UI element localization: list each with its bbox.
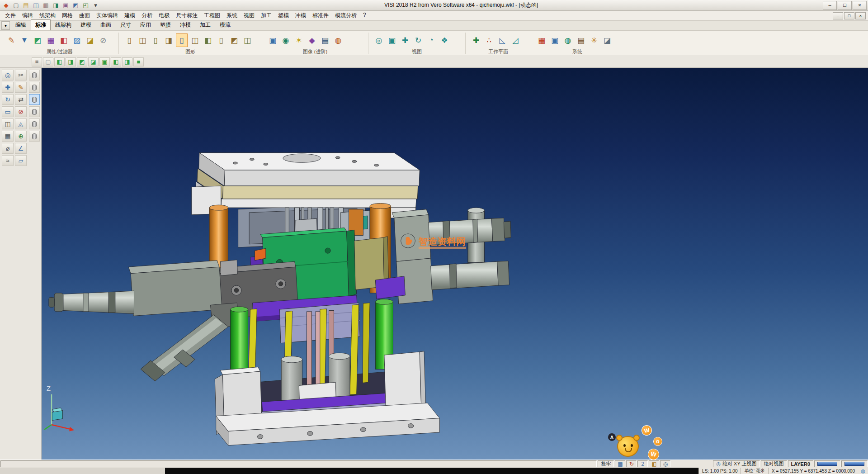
graphics-draft-icon[interactable]: ◩ — [228, 33, 240, 47]
graphics-curvature-icon[interactable]: ◫ — [241, 33, 253, 47]
save-all-icon[interactable]: ◰ — [81, 1, 90, 10]
workplane-3points-icon[interactable]: ∴ — [483, 33, 495, 47]
move-tool-icon[interactable]: ✚ — [2, 82, 14, 93]
rotate-tool-icon[interactable]: ↻ — [2, 94, 14, 105]
image-background-icon[interactable]: ▤ — [319, 33, 331, 47]
view-iso-icon[interactable]: ◧ — [54, 57, 65, 66]
attributes-icon[interactable]: ✎ — [5, 33, 17, 47]
child-restore-button[interactable]: □ — [844, 12, 854, 19]
view-pan-icon[interactable]: ✚ — [399, 33, 411, 47]
view-dynamic-icon[interactable]: ❖ — [439, 33, 450, 47]
snap-tool-icon[interactable]: ⊕ — [15, 131, 27, 142]
image-render-icon[interactable]: ◉ — [280, 33, 292, 47]
system-globe-icon[interactable]: ◍ — [562, 33, 574, 47]
trace-toggle-icon[interactable]: ◎ — [660, 460, 670, 467]
tab-dropdown-caret[interactable]: ▾ — [1, 21, 10, 30]
image-capture-icon[interactable]: ▣ — [267, 33, 278, 47]
qat-dropdown-caret[interactable]: ▾ — [91, 1, 100, 10]
rectangle-tool-icon[interactable]: ▭ — [2, 106, 14, 117]
trim-tool-icon[interactable]: ✂ — [15, 70, 27, 81]
status-globe-icon[interactable]: ◍ — [858, 468, 868, 474]
view-axon-icon[interactable]: ■ — [133, 57, 144, 66]
graphics-section-icon[interactable]: ◧ — [202, 33, 214, 47]
image-lights-icon[interactable]: ✶ — [293, 33, 305, 47]
zoom-tool-icon[interactable]: ◎ — [2, 70, 14, 81]
snap-grid-icon[interactable]: ▦ — [615, 460, 625, 467]
open-folder-icon[interactable]: ▤ — [21, 1, 31, 10]
graphics-transparent-icon[interactable]: ◫ — [189, 33, 201, 47]
delete-tool-icon[interactable]: ⊘ — [15, 106, 27, 117]
viewport[interactable]: 智造资料网 Z — [42, 68, 868, 460]
screenshot-icon[interactable]: ▣ — [61, 1, 71, 10]
print-icon[interactable]: ▥ — [41, 1, 51, 10]
scale-tool-icon[interactable]: ◬ — [15, 118, 27, 129]
entity-filter-button-1[interactable] — [29, 70, 40, 81]
mirror-tool-icon[interactable]: ⇄ — [15, 94, 27, 105]
status-units[interactable]: 单位: 毫米 — [741, 468, 768, 474]
graphics-ghost-icon[interactable]: ▯ — [176, 33, 188, 47]
plot-icon[interactable]: ◨ — [51, 1, 61, 10]
graphics-hidden-icon[interactable]: ◫ — [137, 33, 148, 47]
view-previous-icon[interactable]: ◔ — [425, 33, 437, 47]
graphics-shaded-edges-icon[interactable]: ◨ — [163, 33, 175, 47]
save-icon[interactable]: ◫ — [31, 1, 41, 10]
cad-model-canvas[interactable]: 智造资料网 Z — [42, 68, 868, 460]
workplane-entity-icon[interactable]: ◺ — [496, 33, 508, 47]
image-settings-icon[interactable]: ◍ — [332, 33, 344, 47]
status-layer[interactable]: LAYER0 — [788, 460, 813, 467]
system-exchange-icon[interactable]: ◪ — [601, 33, 613, 47]
entity-filter-button-5[interactable] — [29, 118, 40, 129]
view-back-icon[interactable]: ◧ — [111, 57, 121, 66]
minimize-button[interactable]: – — [823, 1, 837, 10]
view-front-icon[interactable]: ◩ — [77, 57, 87, 66]
status-lock-toggle[interactable]: 拴牢 — [598, 460, 614, 467]
system-settings-icon[interactable]: ▦ — [536, 33, 547, 47]
entity-filter-button-6[interactable] — [29, 131, 40, 142]
maximize-button[interactable]: □ — [838, 1, 852, 10]
graphics-wireframe-icon[interactable]: ▯ — [123, 33, 135, 47]
entity-filter-button-4[interactable] — [29, 106, 40, 117]
system-macro-icon[interactable]: ✳ — [588, 33, 600, 47]
app-icon[interactable]: ◆ — [1, 1, 11, 10]
view-bottom-icon[interactable]: ◨ — [122, 57, 132, 66]
view-left-icon[interactable]: ▣ — [99, 57, 110, 66]
array-tool-icon[interactable]: ▦ — [2, 131, 14, 142]
viewbar-menu-icon[interactable]: ≡ — [32, 57, 42, 66]
copy-tool-icon[interactable]: ◫ — [2, 118, 14, 129]
filter-reset-icon[interactable]: ⊘ — [97, 33, 109, 47]
close-button[interactable]: × — [853, 1, 867, 10]
image-materials-icon[interactable]: ◆ — [306, 33, 318, 47]
measure-tool-icon[interactable]: ▱ — [15, 155, 27, 166]
hydraulic-cylinders-right[interactable] — [392, 209, 511, 304]
entity-filter-button-2[interactable] — [29, 82, 40, 93]
system-monitor-icon[interactable]: ▣ — [549, 33, 561, 47]
redraw-icon[interactable]: ↻ — [626, 460, 637, 467]
view-zoom-all-icon[interactable]: ◎ — [373, 33, 385, 47]
graphics-zebra-icon[interactable]: ▯ — [215, 33, 227, 47]
system-layers-icon[interactable]: ▤ — [575, 33, 587, 47]
filter-layer-icon[interactable]: ▦ — [45, 33, 57, 47]
entity-filter-button-3[interactable] — [29, 94, 40, 105]
edit-tool-icon[interactable]: ✎ — [15, 82, 27, 93]
status-absolute-view[interactable]: 绝对视图 — [761, 460, 787, 467]
image-icon[interactable]: ◩ — [71, 1, 80, 10]
view-rotate-icon[interactable]: ↻ — [412, 33, 424, 47]
workplane-view-icon[interactable]: ◿ — [509, 33, 521, 47]
filter-mask-icon[interactable]: ▨ — [71, 33, 83, 47]
graphics-shaded-icon[interactable]: ▯ — [150, 33, 161, 47]
child-close-button[interactable]: × — [855, 12, 866, 19]
hydraulic-cylinder-left[interactable] — [49, 261, 222, 316]
angle-tool-icon[interactable]: ∠ — [15, 143, 27, 154]
filter-color-icon[interactable]: ◩ — [32, 33, 43, 47]
view-right-icon[interactable]: ◪ — [88, 57, 99, 66]
filter-type-icon[interactable]: ◧ — [58, 33, 70, 47]
new-document-icon[interactable]: ▢ — [11, 1, 21, 10]
offset-tool-icon[interactable]: ≈ — [2, 155, 14, 166]
layer-count-icon[interactable]: 2 — [637, 460, 648, 467]
mask-toggle-icon[interactable]: ◧ — [649, 460, 659, 467]
view-top-icon[interactable]: ◨ — [66, 57, 76, 66]
filter-elements-icon[interactable]: ▼ — [19, 33, 30, 47]
diameter-tool-icon[interactable]: ⌀ — [2, 143, 14, 154]
status-view-mode[interactable]: ◎ 绝对 XY 上视图 — [713, 460, 760, 467]
workplane-standard-icon[interactable]: ✚ — [470, 33, 482, 47]
